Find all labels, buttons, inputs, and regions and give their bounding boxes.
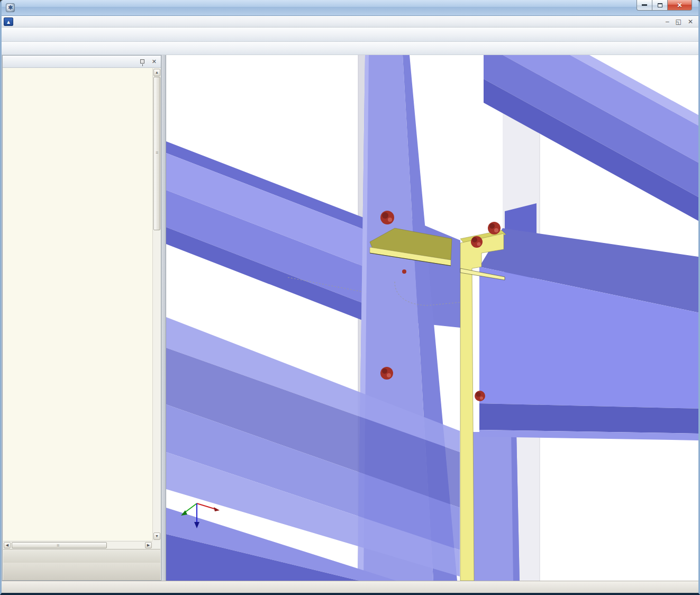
minimize-button[interactable] bbox=[637, 0, 652, 11]
bolt bbox=[402, 269, 406, 274]
navigator-tabs bbox=[3, 549, 160, 563]
title-bar: ✱ ✕ bbox=[2, 0, 698, 16]
mdi-minimize-icon[interactable]: – bbox=[666, 18, 669, 25]
mdi-close-icon[interactable]: ✕ bbox=[688, 18, 693, 25]
toolbar-standard bbox=[2, 28, 698, 42]
menu-bar: ▲ – ◱ ✕ bbox=[2, 16, 698, 28]
rfem-window: ✱ ✕ ▲ – ◱ ✕ ✕ ▲ ▼ bbox=[0, 0, 700, 595]
panel-splitter[interactable] bbox=[162, 55, 166, 581]
scroll-up-icon[interactable]: ▲ bbox=[153, 69, 160, 76]
mdi-restore-icon[interactable]: ◱ bbox=[676, 18, 681, 25]
tree-horizontal-scrollbar[interactable]: ◀ ▶ bbox=[3, 541, 152, 549]
model-canvas bbox=[166, 55, 700, 581]
viewport-3d[interactable] bbox=[166, 55, 698, 581]
minimize-icon bbox=[642, 4, 647, 6]
project-navigator-panel: ✕ ▲ ▼ ◀ ▶ bbox=[2, 55, 161, 581]
hscroll-thumb[interactable] bbox=[12, 542, 107, 548]
panel-close-icon[interactable]: ✕ bbox=[150, 58, 159, 65]
scroll-down-icon[interactable]: ▼ bbox=[153, 533, 160, 540]
project-tree bbox=[3, 68, 152, 540]
close-button[interactable]: ✕ bbox=[668, 0, 692, 11]
scroll-right-icon[interactable]: ▶ bbox=[145, 542, 152, 548]
pin-icon[interactable] bbox=[140, 59, 144, 64]
scroll-left-icon[interactable]: ◀ bbox=[4, 542, 11, 548]
beam-right bbox=[479, 228, 700, 440]
bolt bbox=[471, 236, 483, 248]
restore-icon bbox=[658, 3, 662, 7]
toolbar-insert bbox=[2, 42, 698, 55]
mdi-app-icon: ▲ bbox=[4, 17, 13, 26]
bolt bbox=[488, 222, 501, 235]
column-lower-right bbox=[472, 432, 520, 581]
tree-vertical-scrollbar[interactable]: ▲ ▼ bbox=[152, 68, 160, 540]
scroll-thumb[interactable] bbox=[153, 77, 160, 230]
app-icon: ✱ bbox=[6, 3, 15, 12]
navigator-title-bar: ✕ bbox=[3, 56, 161, 68]
bolt bbox=[380, 211, 394, 224]
bolt bbox=[475, 391, 485, 401]
restore-button[interactable] bbox=[652, 0, 668, 11]
bolt bbox=[380, 367, 393, 380]
status-bar bbox=[2, 581, 698, 593]
close-icon: ✕ bbox=[677, 1, 682, 10]
